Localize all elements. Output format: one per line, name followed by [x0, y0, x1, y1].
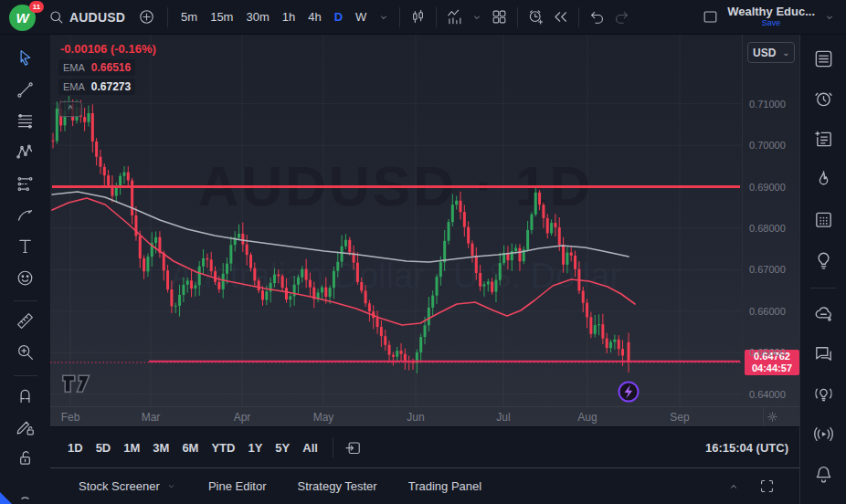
layout-dropdown-button[interactable]	[820, 8, 839, 26]
top-toolbar: W 11 AUDUSD 5m15m30m1h4hDW Wealthy Educ.…	[0, 0, 846, 35]
magnet-icon	[16, 386, 35, 408]
hotlist-flame-button[interactable]	[808, 166, 839, 195]
ruler-tool-button[interactable]	[11, 310, 40, 335]
range-1m-button[interactable]: 1M	[117, 437, 146, 458]
range-1y-button[interactable]: 1Y	[241, 437, 269, 458]
lock-all-tool-button[interactable]	[11, 446, 40, 472]
text-icon	[16, 236, 35, 258]
indicators-dropdown-button[interactable]	[468, 8, 486, 26]
trading-platform-window: W 11 AUDUSD 5m15m30m1h4hDW Wealthy Educ.…	[0, 0, 846, 504]
collapse-legend-button[interactable]: ^	[58, 101, 82, 117]
maximize-panel-button[interactable]	[756, 475, 778, 498]
emoji-tool-button[interactable]	[11, 267, 40, 292]
emoji-icon	[16, 268, 35, 290]
timeframe-4h[interactable]: 4h	[301, 6, 327, 27]
hidden-partial-tool-button[interactable]	[11, 478, 40, 504]
alerts-clock-button[interactable]	[808, 86, 839, 115]
expand-panel-button[interactable]	[724, 478, 743, 496]
tab-pine-editor[interactable]: Pine Editor	[193, 474, 282, 499]
chat-button[interactable]	[808, 341, 839, 370]
xabcd-pattern-icon	[16, 142, 35, 164]
currency-unit-label: USD	[753, 47, 776, 59]
timeframe-15m[interactable]: 15m	[204, 6, 239, 27]
create-alert-button[interactable]	[524, 5, 547, 28]
layout-grid-button[interactable]	[488, 5, 511, 28]
watchlist-button[interactable]	[808, 46, 839, 75]
zoom-in-tool-button[interactable]	[11, 341, 40, 366]
go-to-date-button[interactable]	[342, 436, 365, 459]
chart-container[interactable]: AUDUSD · 1DAustralian Dollar / U.S. Doll…	[50, 35, 799, 426]
brush-tool-button[interactable]	[11, 204, 40, 229]
chart-style-button[interactable]	[407, 5, 429, 28]
drawing-lock-tool-button[interactable]	[11, 415, 40, 441]
ema-legend-row[interactable]: EMA 0.67273	[58, 79, 135, 95]
price-scale[interactable]: USD ⌄ 0.64762 04:44:57 0.710000.700000.6…	[742, 35, 799, 406]
timeframe-d[interactable]: D	[328, 6, 349, 27]
minds-cloud-button[interactable]	[808, 300, 839, 330]
hotlist-flame-icon	[813, 169, 834, 193]
month-label-may: May	[313, 411, 334, 424]
text-tool-button[interactable]	[11, 235, 40, 260]
ideas-bulb-button[interactable]	[808, 247, 839, 276]
tab-trading-panel[interactable]: Trading Panel	[393, 474, 497, 499]
indicators-button[interactable]	[443, 5, 466, 28]
live-ideas-button[interactable]	[808, 381, 839, 410]
compare-add-symbol-button[interactable]	[132, 5, 161, 29]
undo-button[interactable]	[586, 5, 608, 28]
range-3m-button[interactable]: 3M	[146, 437, 175, 458]
save-indicator[interactable]: Save	[762, 17, 781, 29]
ruler-icon	[16, 311, 35, 333]
lock-all-icon	[16, 448, 35, 470]
currency-unit-button[interactable]: USD ⌄	[747, 42, 795, 63]
magnet-tool-button[interactable]	[11, 384, 40, 410]
layout-select-button[interactable]	[699, 5, 722, 28]
timeframe-5m[interactable]: 5m	[174, 6, 204, 27]
trend-line-tool-button[interactable]	[11, 78, 40, 103]
range-group: 1D5D1M3M6MYTD1Y5YAll	[61, 437, 324, 458]
redo-button[interactable]	[610, 5, 633, 28]
xabcd-pattern-tool-button[interactable]	[11, 141, 40, 166]
symbol-name: AUDUSD	[69, 10, 125, 25]
minds-cloud-icon	[813, 303, 834, 327]
month-label-mar: Mar	[142, 411, 161, 424]
clock-utc[interactable]: 16:15:04 (UTC)	[705, 441, 788, 455]
price-tick: 0.68000	[749, 223, 786, 234]
svg-text:Australian Dollar / U.S. Dolla: Australian Dollar / U.S. Dollar	[170, 257, 622, 295]
indicator-value: 0.67273	[91, 80, 131, 93]
price-tick: 0.64000	[749, 389, 786, 400]
range-ytd-button[interactable]: YTD	[205, 437, 241, 458]
range-1d-button[interactable]: 1D	[61, 437, 90, 458]
news-note-icon	[813, 129, 834, 152]
saved-layout[interactable]: Wealthy Educ... Save	[727, 5, 815, 29]
cursor-tool-button[interactable]	[11, 47, 40, 72]
fib-retracement-tool-button[interactable]	[11, 110, 40, 135]
time-axis[interactable]: FebMarAprMayJunJulAugSep	[50, 406, 799, 426]
timeframe-dropdown-button[interactable]	[375, 8, 393, 26]
trend-line-icon	[16, 80, 35, 102]
plus-circle-icon	[138, 8, 155, 26]
chart-settings-gear-icon[interactable]	[766, 410, 779, 424]
ema-legend-row[interactable]: EMA 0.66516	[58, 59, 135, 76]
symbol-search-button[interactable]: AUDUSD	[42, 5, 131, 29]
range-5y-button[interactable]: 5Y	[269, 437, 296, 458]
notifications-bell-button[interactable]	[808, 461, 839, 490]
forecast-tool-button[interactable]	[11, 172, 40, 197]
range-all-button[interactable]: All	[296, 437, 324, 458]
calendar-dots-button[interactable]	[808, 206, 839, 236]
tab-strategy-tester[interactable]: Strategy Tester	[281, 474, 392, 499]
range-5d-button[interactable]: 5D	[90, 437, 118, 458]
timeframe-w[interactable]: W	[349, 6, 373, 27]
account-logo[interactable]: W 11	[7, 3, 40, 32]
price-tick: 0.67000	[749, 264, 786, 275]
timeframe-30m[interactable]: 30m	[239, 6, 275, 27]
bar-replay-button[interactable]	[549, 5, 572, 28]
drawing-lock-icon	[16, 417, 35, 439]
streams-play-button[interactable]	[808, 421, 839, 450]
news-note-button[interactable]	[808, 126, 839, 155]
range-6m-button[interactable]: 6M	[175, 437, 205, 458]
price-change-text: -0.00106 (-0.16%)	[58, 41, 158, 57]
tab-stock-screener[interactable]: Stock Screener	[63, 474, 193, 499]
timeframe-1h[interactable]: 1h	[276, 6, 301, 27]
bar-countdown: 04:44:57	[752, 362, 792, 374]
toolbar-separator	[167, 7, 168, 27]
